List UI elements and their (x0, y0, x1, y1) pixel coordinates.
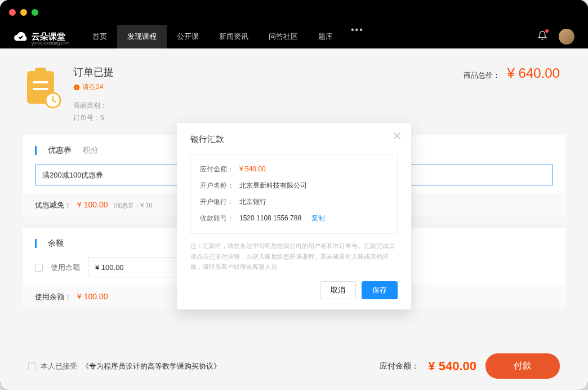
modal-bank-label: 开户银行： (200, 197, 234, 207)
checkout-footer: 本人已接受 《专为程序员设计的高等数学课购买协议》 应付金额： ¥ 540.00… (23, 342, 565, 390)
cloud-check-icon (14, 29, 28, 44)
coupon-section-title: 优惠券 (48, 145, 72, 156)
minimize-window-button[interactable] (20, 9, 27, 16)
bank-transfer-modal: 银行汇款 应付金额： ¥ 540.00 开户名称： 北京昱新科技有限公司 开户银… (177, 123, 411, 309)
order-warning: ! 请在24 (73, 82, 452, 92)
top-navbar: 云朵课堂 yunduoketang.com 首页 发现课程 公开课 新闻资讯 问… (0, 25, 588, 48)
maximize-window-button[interactable] (32, 9, 38, 16)
payable-label: 应付金额： (380, 361, 419, 371)
total-label: 商品总价： (464, 71, 500, 79)
info-icon: ! (73, 84, 80, 91)
modal-account-no-value: 1520 1108 1556 788 (239, 214, 301, 222)
order-type: 商品类别： (73, 100, 452, 112)
clipboard-clock-icon (23, 65, 62, 110)
logo-subtext: yunduoketang.com (32, 41, 70, 46)
nav-public[interactable]: 公开课 (167, 25, 209, 48)
nav-news[interactable]: 新闻资讯 (209, 25, 259, 48)
pay-button[interactable]: 付款 (485, 353, 560, 379)
svg-rect-3 (33, 88, 48, 90)
payable-amount: ¥ 540.00 (428, 359, 476, 374)
svg-rect-2 (33, 81, 48, 83)
page-content: 订单已提 ! 请在24 商品类别： 订单号：5 商品总价： ¥ 640.00 优… (0, 48, 588, 390)
agree-checkbox[interactable] (28, 362, 36, 370)
modal-title: 银行汇款 (190, 134, 398, 145)
copy-account-button[interactable]: 复制 (311, 214, 325, 223)
points-tab[interactable]: 积分 (83, 145, 99, 156)
nav-more-button[interactable]: ••• (343, 25, 372, 48)
modal-close-button[interactable] (393, 132, 401, 142)
balance-used-label: 使用余额： (35, 292, 72, 302)
close-window-button[interactable] (9, 9, 16, 16)
discount-note: (优惠券：¥ 10 (114, 201, 153, 210)
modal-account-no-label: 收款账号： (200, 214, 234, 223)
balance-used-amount: ¥ 100.00 (77, 292, 108, 301)
user-avatar[interactable] (559, 29, 574, 45)
agreement-link[interactable]: 《专为程序员设计的高等数学课购买协议》 (82, 361, 221, 371)
logo[interactable]: 云朵课堂 yunduoketang.com (14, 29, 65, 44)
nav-home[interactable]: 首页 (82, 25, 117, 48)
save-button[interactable]: 保存 (362, 281, 398, 299)
svg-rect-1 (35, 68, 46, 76)
modal-note: 注：汇款时，请在备注中写明您在我公司的用户名和本订单号。汇款完成后请点击已支付按… (190, 241, 398, 272)
use-balance-label: 使用余额 (51, 263, 80, 273)
modal-amount-label: 应付金额： (200, 165, 234, 174)
notification-badge (545, 29, 549, 33)
order-number: 订单号：5 (73, 112, 452, 125)
section-accent-bar (35, 146, 37, 155)
balance-section-title: 余额 (48, 238, 64, 249)
discount-label: 优惠减免： (35, 200, 72, 210)
modal-bank-value: 北京银行 (239, 197, 266, 207)
modal-amount-value: ¥ 540.00 (239, 165, 266, 173)
total-price: ¥ 640.00 (507, 65, 560, 81)
section-accent-bar (35, 239, 37, 248)
svg-text:!: ! (76, 85, 77, 90)
cancel-button[interactable]: 取消 (320, 281, 356, 299)
order-status-title: 订单已提 (73, 65, 452, 79)
modal-account-name-value: 北京昱新科技有限公司 (239, 181, 307, 190)
use-balance-checkbox[interactable] (35, 264, 43, 272)
notifications-button[interactable] (537, 30, 547, 43)
modal-account-name-label: 开户名称： (200, 181, 234, 190)
window-titlebar (0, 0, 588, 25)
nav-qa[interactable]: 问答社区 (259, 25, 308, 48)
nav-exam[interactable]: 题库 (308, 25, 343, 48)
agree-prefix: 本人已接受 (41, 361, 77, 371)
nav-discover[interactable]: 发现课程 (117, 25, 167, 48)
discount-amount: ¥ 100.00 (77, 200, 108, 209)
close-icon (393, 132, 401, 140)
